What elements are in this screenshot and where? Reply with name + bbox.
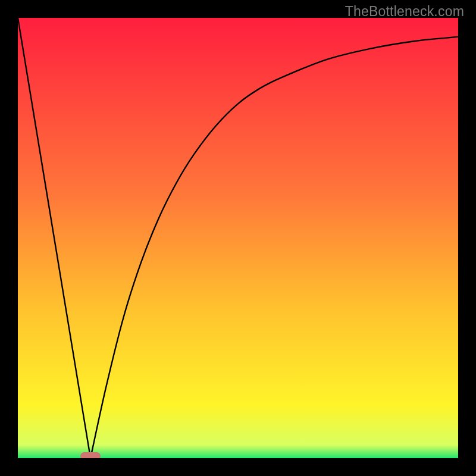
optimum-marker <box>80 452 100 458</box>
watermark-text: TheBottleneck.com <box>345 4 464 20</box>
bottleneck-curve <box>18 18 458 458</box>
plot-area <box>18 18 458 458</box>
chart-frame: TheBottleneck.com <box>0 0 476 476</box>
